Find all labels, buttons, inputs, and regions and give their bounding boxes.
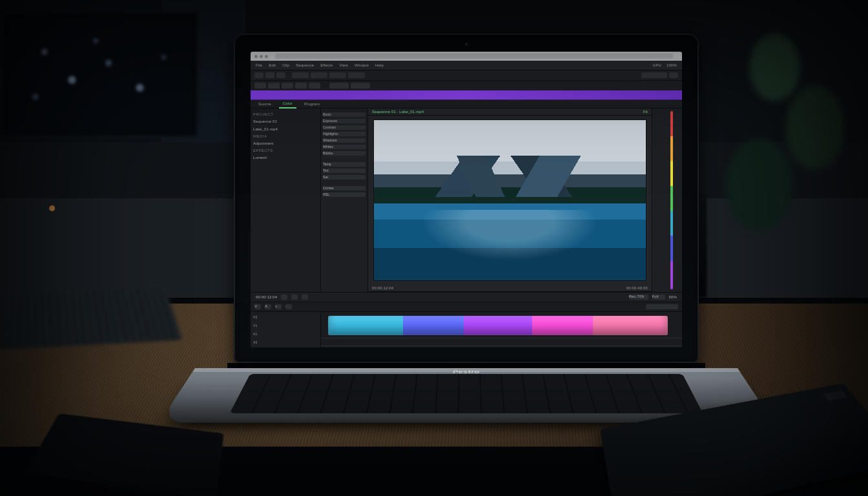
section-title: Media [253, 134, 318, 138]
menu-view[interactable]: View [339, 63, 347, 67]
prop-row[interactable]: Exposure [323, 119, 366, 123]
laptop: File Edit Clip Sequence Effects View Win… [234, 34, 699, 478]
timecode-in: 00:00:12:04 [372, 286, 393, 290]
project-item[interactable]: Sequence 01 [253, 119, 318, 124]
scopes-panel [652, 108, 682, 292]
external-monitor [0, 10, 199, 138]
panel-tabs: Source Color Program [251, 100, 682, 108]
preview-image-lake [374, 120, 646, 280]
prop-row[interactable]: HSL [323, 192, 366, 197]
window-dot-icon[interactable] [254, 55, 258, 58]
tool-button[interactable] [268, 83, 280, 88]
tool-button[interactable] [254, 72, 264, 78]
tool-button[interactable] [265, 72, 274, 78]
properties-panel: Basic Exposure Contrast Highlights Shado… [321, 108, 368, 292]
desk-scene-photo: File Edit Clip Sequence Effects View Win… [0, 0, 868, 496]
window-dot-icon[interactable] [260, 55, 263, 58]
prop-row[interactable]: Temp [323, 162, 366, 167]
section-title: Effects [253, 149, 318, 152]
timeline-toolbar: V A + - [251, 302, 682, 312]
laptop-lid: File Edit Clip Sequence Effects View Win… [234, 34, 699, 363]
center-panel: Sequence 01 · Lake_01.mp4 Fit 00:00:12:0… [368, 108, 652, 292]
laptop-hinge [227, 363, 705, 368]
plant [713, 0, 868, 336]
timecode-out: 00:00:48:00 [626, 286, 648, 290]
tool-button[interactable] [351, 83, 370, 88]
menu-help[interactable]: Help [375, 63, 384, 67]
prop-row[interactable]: Shadows [323, 138, 366, 143]
tab-source[interactable]: Source [254, 100, 275, 108]
prop-row[interactable]: Blacks [323, 151, 366, 156]
gear-icon[interactable] [669, 72, 678, 78]
tl-tool[interactable]: V [254, 304, 261, 309]
tl-tool[interactable]: A [265, 304, 271, 309]
step-fwd-icon[interactable] [302, 294, 308, 300]
prop-row[interactable]: Whites [323, 145, 366, 149]
timecode: 00:00:12:04 [256, 295, 277, 299]
track-divider [321, 346, 682, 346]
project-item[interactable]: Lumetri [253, 155, 318, 160]
zoom-out-icon[interactable]: - [285, 304, 292, 309]
toolbar-secondary [251, 80, 682, 90]
breadcrumb: Sequence 01 · Lake_01.mp4 [372, 110, 424, 114]
tool-button[interactable] [295, 83, 307, 88]
viewer-footer: 00:00:12:04 00:00:48:00 [368, 285, 652, 292]
editor-app-window: File Edit Clip Sequence Effects View Win… [251, 52, 682, 347]
tool-button[interactable] [292, 72, 309, 78]
zoom-level[interactable]: 50% [669, 295, 677, 299]
timeline-panel: V A + - V2 V1 A1 A2 [251, 302, 682, 347]
workspace-dropdown[interactable] [641, 72, 667, 78]
zoom-in-icon[interactable]: + [275, 304, 282, 309]
window-dot-icon[interactable] [265, 55, 268, 58]
menu-edit[interactable]: Edit [269, 63, 276, 67]
tool-button[interactable] [329, 72, 346, 78]
tool-button[interactable] [282, 83, 293, 88]
play-icon[interactable] [291, 294, 298, 300]
address-bar[interactable] [275, 54, 673, 59]
track-label[interactable]: A1 [253, 332, 318, 336]
track-label[interactable]: V1 [253, 324, 318, 327]
transport-chip[interactable]: Full [652, 294, 665, 300]
prop-row[interactable]: Highlights [323, 132, 366, 136]
menu-seq[interactable]: Sequence [296, 63, 314, 67]
prop-row[interactable]: Contrast [323, 125, 366, 130]
track-label[interactable]: A2 [253, 340, 318, 344]
menu-window[interactable]: Window [355, 63, 369, 67]
laptop-brand: Pestro [453, 370, 480, 374]
viewer-fit[interactable]: Fit [643, 110, 648, 114]
notebook-badge [823, 391, 848, 401]
status-zoom: 100% [666, 63, 677, 67]
tool-button[interactable] [309, 83, 320, 88]
workspace: Project Sequence 01 Lake_01.mp4 Media Ad… [251, 108, 682, 292]
program-monitor[interactable] [373, 119, 646, 281]
tl-chip[interactable] [646, 304, 678, 309]
prop-row[interactable]: Curves [323, 186, 366, 191]
prop-row[interactable]: Basic [323, 112, 366, 117]
tab-program[interactable]: Program [300, 100, 324, 108]
tab-color[interactable]: Color [279, 99, 296, 108]
prop-row[interactable]: Tint [323, 169, 366, 173]
tool-button[interactable] [348, 72, 365, 78]
project-item[interactable]: Adjustment [253, 141, 318, 146]
tool-button[interactable] [311, 72, 327, 78]
section-title: Project [253, 112, 318, 116]
transport-bar: 00:00:12:04 Rec.709 Full 50% [251, 292, 682, 302]
menu-clip[interactable]: Clip [282, 63, 289, 67]
prop-row[interactable]: Sat [323, 175, 366, 180]
hue-strip[interactable] [670, 111, 673, 289]
tool-button[interactable] [254, 83, 266, 88]
workspace-tab-strip[interactable] [251, 90, 682, 100]
menu-fx[interactable]: Effects [320, 63, 333, 67]
tool-button[interactable] [329, 83, 349, 88]
track-label[interactable]: V2 [253, 315, 318, 319]
menu-bar: File Edit Clip Sequence Effects View Win… [251, 61, 682, 70]
timeline-tracks[interactable] [321, 312, 682, 347]
timeline-clip[interactable] [328, 316, 667, 335]
status-gpu: GPU [653, 63, 661, 67]
tool-button[interactable] [276, 72, 285, 78]
transport-chip[interactable]: Rec.709 [629, 294, 648, 300]
project-item[interactable]: Lake_01.mp4 [253, 127, 318, 132]
viewer-breadcrumb: Sequence 01 · Lake_01.mp4 Fit [368, 108, 652, 116]
step-back-icon[interactable] [281, 294, 287, 300]
menu-file[interactable]: File [256, 63, 262, 67]
